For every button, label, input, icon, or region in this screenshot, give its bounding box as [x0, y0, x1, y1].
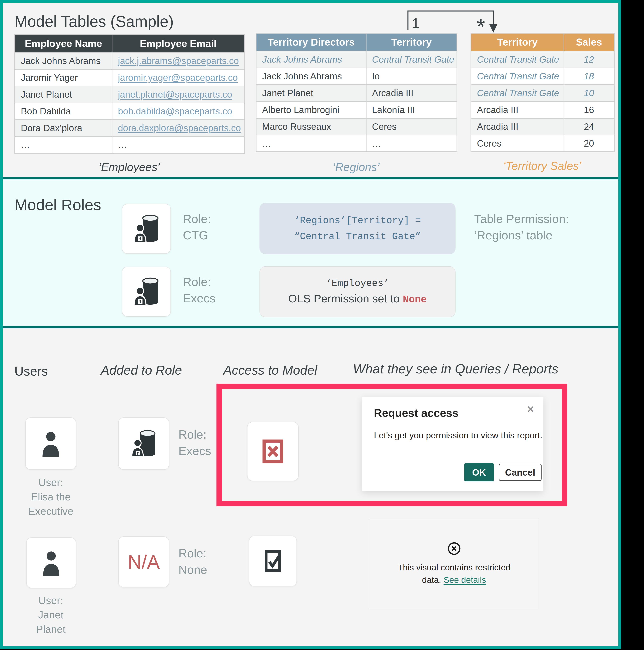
user-janet-label: User: Janet Planet	[17, 593, 85, 637]
employees-col-name: Employee Name	[15, 35, 112, 52]
table-row: Central Transit Gate18	[471, 68, 614, 84]
email-link[interactable]: jaromir.yager@spaceparts.co	[118, 72, 238, 83]
user-janet-card	[26, 537, 76, 588]
close-icon[interactable]: ✕	[527, 404, 535, 415]
na-label: N/A	[128, 551, 159, 573]
territory-sales-table: Territory Sales Central Transit Gate12 C…	[470, 33, 615, 152]
user-elisa-label: User: Elisa the Executive	[17, 475, 85, 518]
access-granted-card	[249, 536, 297, 586]
row2-role-label: Role: None	[178, 545, 207, 578]
dialog-title: Request access	[374, 406, 459, 420]
sales-col-sales: Sales	[564, 33, 614, 51]
checked-checkbox-icon	[263, 549, 283, 573]
email-link[interactable]: dora.daxplora@spaceparts.co	[118, 123, 241, 133]
sales-col-territory: Territory	[471, 33, 564, 51]
role-execs-label: Role: Execs	[183, 274, 215, 306]
email-link[interactable]: bob.dabilda@spaceparts.co	[118, 106, 232, 116]
email-link[interactable]: jack.j.abrams@spaceparts.co	[118, 56, 239, 66]
cardinality-many-label: *	[476, 14, 485, 35]
ols-permission-box: ‘Employees’ OLS Permission set to None	[259, 266, 456, 317]
user-elisa-card	[25, 418, 76, 470]
table-row: Arcadia III16	[471, 101, 614, 118]
database-role-icon	[132, 213, 162, 245]
rls-dax-filter-box: ‘Regions’[Territory] = “Central Transit …	[259, 203, 456, 254]
role-execs-card	[122, 266, 171, 317]
employees-table-caption: ‘Employees’	[14, 160, 244, 174]
user-icon	[38, 429, 64, 458]
table-row: Central Transit Gate12	[471, 51, 614, 68]
table-row: Janet PlanetArcadia III	[256, 84, 457, 101]
model-tables-title: Model Tables (Sample)	[14, 12, 174, 31]
regions-col-territory: Territory	[366, 33, 457, 51]
table-row: Dora Dax’ploradora.daxplora@spaceparts.c…	[15, 119, 245, 136]
restricted-data-visual: This visual contains restricted data. Se…	[369, 518, 539, 609]
cardinality-one-label: 1	[412, 15, 420, 31]
user-icon	[39, 549, 64, 577]
table-row: ……	[15, 136, 245, 153]
x-box-denied-icon	[262, 439, 284, 463]
queries-reports-column-header: What they see in Queries / Reports	[353, 361, 559, 376]
database-role-icon	[132, 276, 162, 308]
table-row: Marco RusseauxCeres	[256, 118, 457, 135]
regions-col-directors: Territory Directors	[256, 33, 366, 51]
dialog-body-text: Let's get you permission to view this re…	[374, 430, 542, 440]
employees-col-email: Employee Email	[112, 35, 245, 52]
table-row: Ceres20	[471, 135, 614, 152]
ols-none-value: None	[403, 294, 427, 305]
employees-table: Employee Name Employee Email Jack Johns …	[14, 34, 245, 154]
role-ctg-label: Role: CTG	[183, 211, 211, 244]
restricted-message: This visual contains restricted data. Se…	[398, 561, 510, 586]
cancel-button[interactable]: Cancel	[499, 464, 542, 481]
diagram-frame: Model Tables (Sample) Employee Name Empl…	[0, 0, 621, 649]
ok-button[interactable]: OK	[464, 463, 494, 481]
table-row: Alberto LambroginiLakonía III	[256, 101, 457, 118]
table-permission-note: Table Permission: ‘Regions’ table	[474, 211, 569, 244]
database-role-icon	[129, 428, 158, 459]
users-column-header: Users	[14, 364, 48, 378]
role-ctg-card	[122, 204, 171, 254]
access-denied-card	[247, 422, 299, 481]
model-roles-title: Model Roles	[14, 196, 101, 214]
added-role-execs-card	[118, 418, 169, 470]
added-to-role-column-header: Added to Role	[101, 363, 182, 377]
request-access-dialog: Request access ✕ Let's get you permissio…	[362, 397, 543, 491]
table-row: Arcadia III24	[471, 118, 614, 135]
row1-role-label: Role: Execs	[178, 426, 211, 459]
access-to-model-column-header: Access to Model	[223, 363, 317, 377]
error-circle-x-icon	[447, 542, 461, 555]
one-to-many-relationship-connector: 1 *	[403, 6, 501, 35]
table-row: Bob Dabildabob.dabilda@spaceparts.co	[15, 103, 245, 119]
table-row: Janet Planetjanet.planet@spaceparts.co	[15, 86, 245, 103]
table-row: Central Transit Gate10	[471, 84, 614, 101]
table-row: Jack Johns AbramsIo	[256, 68, 457, 84]
table-row: ……	[256, 135, 457, 152]
see-details-link[interactable]: See details	[443, 575, 486, 585]
sales-table-caption: ‘Territory Sales’	[470, 159, 614, 172]
table-row: Jack Johns Abramsjack.j.abrams@spacepart…	[15, 52, 245, 69]
table-row: Jaromir Yagerjaromir.yager@spaceparts.co	[15, 69, 245, 86]
added-role-na-card: N/A	[118, 536, 169, 587]
regions-table: Territory Directors Territory Jack Johns…	[256, 33, 457, 152]
email-link[interactable]: janet.planet@spaceparts.co	[118, 89, 232, 100]
table-row: Jack Johns AbramsCentral Transit Gate	[256, 51, 457, 68]
regions-table-caption: ‘Regions’	[256, 160, 457, 174]
